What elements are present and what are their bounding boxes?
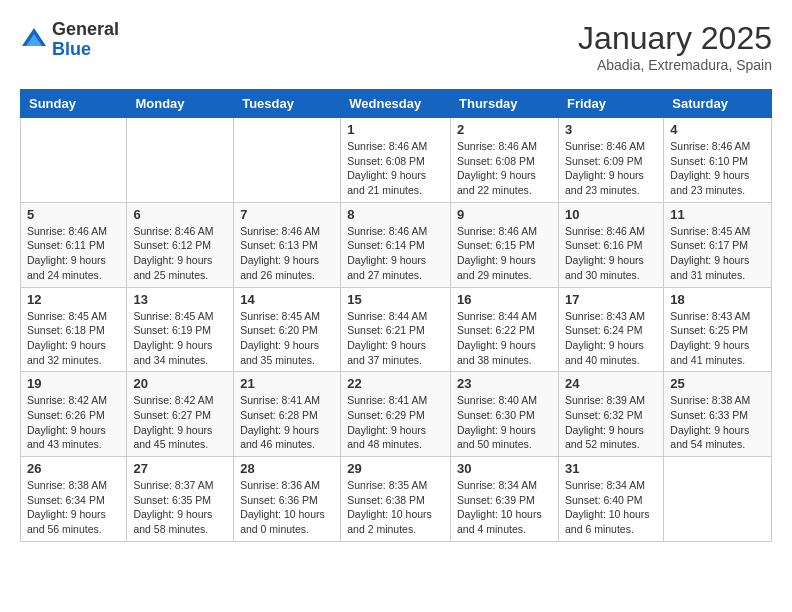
weekday-header-tuesday: Tuesday bbox=[234, 90, 341, 118]
day-info: Sunrise: 8:44 AM Sunset: 6:21 PM Dayligh… bbox=[347, 309, 444, 368]
day-number: 9 bbox=[457, 207, 552, 222]
day-info: Sunrise: 8:46 AM Sunset: 6:11 PM Dayligh… bbox=[27, 224, 120, 283]
day-info: Sunrise: 8:38 AM Sunset: 6:33 PM Dayligh… bbox=[670, 393, 765, 452]
calendar-cell: 10Sunrise: 8:46 AM Sunset: 6:16 PM Dayli… bbox=[558, 202, 663, 287]
calendar-cell: 25Sunrise: 8:38 AM Sunset: 6:33 PM Dayli… bbox=[664, 372, 772, 457]
day-info: Sunrise: 8:46 AM Sunset: 6:13 PM Dayligh… bbox=[240, 224, 334, 283]
calendar-week-3: 12Sunrise: 8:45 AM Sunset: 6:18 PM Dayli… bbox=[21, 287, 772, 372]
calendar-week-4: 19Sunrise: 8:42 AM Sunset: 6:26 PM Dayli… bbox=[21, 372, 772, 457]
calendar-cell: 23Sunrise: 8:40 AM Sunset: 6:30 PM Dayli… bbox=[451, 372, 559, 457]
weekday-header-wednesday: Wednesday bbox=[341, 90, 451, 118]
calendar-cell: 21Sunrise: 8:41 AM Sunset: 6:28 PM Dayli… bbox=[234, 372, 341, 457]
calendar-cell: 29Sunrise: 8:35 AM Sunset: 6:38 PM Dayli… bbox=[341, 457, 451, 542]
day-info: Sunrise: 8:43 AM Sunset: 6:24 PM Dayligh… bbox=[565, 309, 657, 368]
day-number: 29 bbox=[347, 461, 444, 476]
day-info: Sunrise: 8:45 AM Sunset: 6:19 PM Dayligh… bbox=[133, 309, 227, 368]
day-number: 18 bbox=[670, 292, 765, 307]
day-number: 21 bbox=[240, 376, 334, 391]
day-info: Sunrise: 8:42 AM Sunset: 6:27 PM Dayligh… bbox=[133, 393, 227, 452]
calendar-cell: 12Sunrise: 8:45 AM Sunset: 6:18 PM Dayli… bbox=[21, 287, 127, 372]
day-info: Sunrise: 8:34 AM Sunset: 6:39 PM Dayligh… bbox=[457, 478, 552, 537]
calendar-table: SundayMondayTuesdayWednesdayThursdayFrid… bbox=[20, 89, 772, 542]
calendar-cell: 15Sunrise: 8:44 AM Sunset: 6:21 PM Dayli… bbox=[341, 287, 451, 372]
day-info: Sunrise: 8:45 AM Sunset: 6:18 PM Dayligh… bbox=[27, 309, 120, 368]
day-number: 6 bbox=[133, 207, 227, 222]
calendar-cell bbox=[664, 457, 772, 542]
day-info: Sunrise: 8:46 AM Sunset: 6:16 PM Dayligh… bbox=[565, 224, 657, 283]
day-info: Sunrise: 8:44 AM Sunset: 6:22 PM Dayligh… bbox=[457, 309, 552, 368]
calendar-cell: 4Sunrise: 8:46 AM Sunset: 6:10 PM Daylig… bbox=[664, 118, 772, 203]
day-number: 23 bbox=[457, 376, 552, 391]
calendar-cell: 9Sunrise: 8:46 AM Sunset: 6:15 PM Daylig… bbox=[451, 202, 559, 287]
weekday-header-sunday: Sunday bbox=[21, 90, 127, 118]
calendar-cell: 3Sunrise: 8:46 AM Sunset: 6:09 PM Daylig… bbox=[558, 118, 663, 203]
day-number: 27 bbox=[133, 461, 227, 476]
calendar-week-2: 5Sunrise: 8:46 AM Sunset: 6:11 PM Daylig… bbox=[21, 202, 772, 287]
day-info: Sunrise: 8:42 AM Sunset: 6:26 PM Dayligh… bbox=[27, 393, 120, 452]
day-number: 20 bbox=[133, 376, 227, 391]
day-info: Sunrise: 8:45 AM Sunset: 6:17 PM Dayligh… bbox=[670, 224, 765, 283]
calendar-cell: 17Sunrise: 8:43 AM Sunset: 6:24 PM Dayli… bbox=[558, 287, 663, 372]
day-number: 22 bbox=[347, 376, 444, 391]
day-number: 30 bbox=[457, 461, 552, 476]
calendar-cell: 20Sunrise: 8:42 AM Sunset: 6:27 PM Dayli… bbox=[127, 372, 234, 457]
day-number: 8 bbox=[347, 207, 444, 222]
calendar-cell: 11Sunrise: 8:45 AM Sunset: 6:17 PM Dayli… bbox=[664, 202, 772, 287]
day-info: Sunrise: 8:36 AM Sunset: 6:36 PM Dayligh… bbox=[240, 478, 334, 537]
day-info: Sunrise: 8:46 AM Sunset: 6:15 PM Dayligh… bbox=[457, 224, 552, 283]
day-number: 14 bbox=[240, 292, 334, 307]
day-info: Sunrise: 8:46 AM Sunset: 6:14 PM Dayligh… bbox=[347, 224, 444, 283]
day-number: 19 bbox=[27, 376, 120, 391]
calendar-cell: 30Sunrise: 8:34 AM Sunset: 6:39 PM Dayli… bbox=[451, 457, 559, 542]
calendar-cell: 18Sunrise: 8:43 AM Sunset: 6:25 PM Dayli… bbox=[664, 287, 772, 372]
calendar-cell: 26Sunrise: 8:38 AM Sunset: 6:34 PM Dayli… bbox=[21, 457, 127, 542]
calendar-cell: 1Sunrise: 8:46 AM Sunset: 6:08 PM Daylig… bbox=[341, 118, 451, 203]
calendar-cell: 27Sunrise: 8:37 AM Sunset: 6:35 PM Dayli… bbox=[127, 457, 234, 542]
calendar-cell: 24Sunrise: 8:39 AM Sunset: 6:32 PM Dayli… bbox=[558, 372, 663, 457]
day-info: Sunrise: 8:45 AM Sunset: 6:20 PM Dayligh… bbox=[240, 309, 334, 368]
day-info: Sunrise: 8:35 AM Sunset: 6:38 PM Dayligh… bbox=[347, 478, 444, 537]
day-number: 3 bbox=[565, 122, 657, 137]
calendar-cell: 19Sunrise: 8:42 AM Sunset: 6:26 PM Dayli… bbox=[21, 372, 127, 457]
day-info: Sunrise: 8:37 AM Sunset: 6:35 PM Dayligh… bbox=[133, 478, 227, 537]
day-info: Sunrise: 8:46 AM Sunset: 6:12 PM Dayligh… bbox=[133, 224, 227, 283]
day-number: 31 bbox=[565, 461, 657, 476]
day-number: 7 bbox=[240, 207, 334, 222]
day-info: Sunrise: 8:46 AM Sunset: 6:09 PM Dayligh… bbox=[565, 139, 657, 198]
weekday-header-row: SundayMondayTuesdayWednesdayThursdayFrid… bbox=[21, 90, 772, 118]
weekday-header-saturday: Saturday bbox=[664, 90, 772, 118]
logo: General Blue bbox=[20, 20, 119, 60]
day-number: 26 bbox=[27, 461, 120, 476]
calendar-cell: 6Sunrise: 8:46 AM Sunset: 6:12 PM Daylig… bbox=[127, 202, 234, 287]
calendar-cell: 13Sunrise: 8:45 AM Sunset: 6:19 PM Dayli… bbox=[127, 287, 234, 372]
calendar-body: 1Sunrise: 8:46 AM Sunset: 6:08 PM Daylig… bbox=[21, 118, 772, 542]
calendar-week-5: 26Sunrise: 8:38 AM Sunset: 6:34 PM Dayli… bbox=[21, 457, 772, 542]
calendar-week-1: 1Sunrise: 8:46 AM Sunset: 6:08 PM Daylig… bbox=[21, 118, 772, 203]
calendar-cell: 14Sunrise: 8:45 AM Sunset: 6:20 PM Dayli… bbox=[234, 287, 341, 372]
calendar-cell: 7Sunrise: 8:46 AM Sunset: 6:13 PM Daylig… bbox=[234, 202, 341, 287]
day-info: Sunrise: 8:41 AM Sunset: 6:28 PM Dayligh… bbox=[240, 393, 334, 452]
weekday-header-friday: Friday bbox=[558, 90, 663, 118]
calendar-cell: 31Sunrise: 8:34 AM Sunset: 6:40 PM Dayli… bbox=[558, 457, 663, 542]
logo-icon bbox=[20, 26, 48, 54]
calendar-cell: 16Sunrise: 8:44 AM Sunset: 6:22 PM Dayli… bbox=[451, 287, 559, 372]
day-number: 4 bbox=[670, 122, 765, 137]
day-number: 28 bbox=[240, 461, 334, 476]
day-number: 15 bbox=[347, 292, 444, 307]
day-number: 1 bbox=[347, 122, 444, 137]
day-info: Sunrise: 8:46 AM Sunset: 6:08 PM Dayligh… bbox=[457, 139, 552, 198]
day-number: 24 bbox=[565, 376, 657, 391]
day-info: Sunrise: 8:46 AM Sunset: 6:10 PM Dayligh… bbox=[670, 139, 765, 198]
day-number: 13 bbox=[133, 292, 227, 307]
day-number: 10 bbox=[565, 207, 657, 222]
day-number: 5 bbox=[27, 207, 120, 222]
day-info: Sunrise: 8:40 AM Sunset: 6:30 PM Dayligh… bbox=[457, 393, 552, 452]
calendar-header: SundayMondayTuesdayWednesdayThursdayFrid… bbox=[21, 90, 772, 118]
calendar-cell: 5Sunrise: 8:46 AM Sunset: 6:11 PM Daylig… bbox=[21, 202, 127, 287]
day-info: Sunrise: 8:41 AM Sunset: 6:29 PM Dayligh… bbox=[347, 393, 444, 452]
day-info: Sunrise: 8:34 AM Sunset: 6:40 PM Dayligh… bbox=[565, 478, 657, 537]
weekday-header-thursday: Thursday bbox=[451, 90, 559, 118]
day-number: 17 bbox=[565, 292, 657, 307]
calendar-cell: 28Sunrise: 8:36 AM Sunset: 6:36 PM Dayli… bbox=[234, 457, 341, 542]
calendar-subtitle: Abadia, Extremadura, Spain bbox=[578, 57, 772, 73]
